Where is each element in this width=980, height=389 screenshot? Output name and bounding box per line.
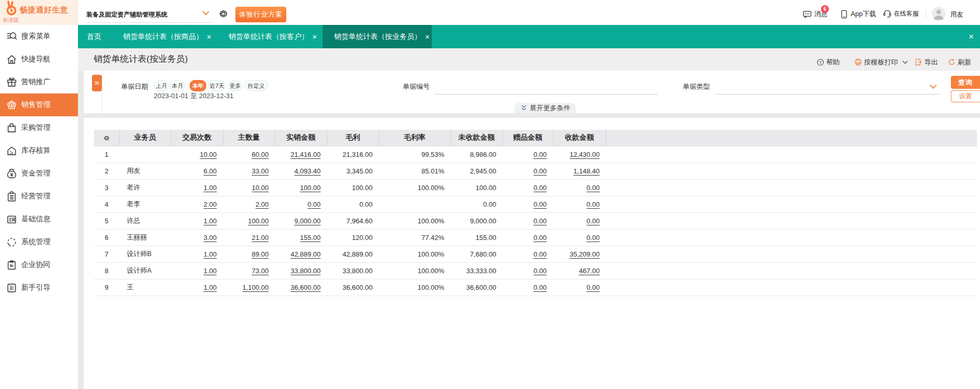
svg-text:?: ? [819, 60, 822, 64]
svg-text:新: 新 [9, 285, 15, 291]
